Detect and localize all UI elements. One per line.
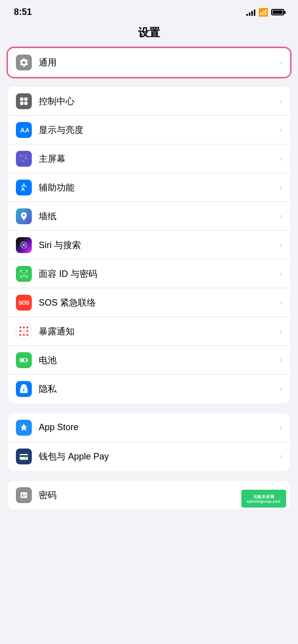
svg-rect-7 xyxy=(25,155,27,156)
watermark-line2: wjhotelgroup.com xyxy=(247,500,281,503)
watermark-line1: 无极安卓网 xyxy=(253,494,275,500)
section-passwords: 密码 › 无极安卓网 wjhotelgroup.com xyxy=(8,481,290,510)
privacy-icon xyxy=(16,381,32,397)
faceid-icon xyxy=(16,266,32,282)
svg-rect-9 xyxy=(23,157,24,159)
sos-icon: SOS xyxy=(16,295,32,311)
page-title: 设置 xyxy=(0,21,298,48)
privacy-chevron: › xyxy=(280,385,282,393)
exposure-label: 暴露通知 xyxy=(39,325,276,337)
status-bar: 8:51 📶 xyxy=(0,0,298,21)
settings-row-display[interactable]: AA 显示与亮度 › xyxy=(8,116,290,144)
svg-text:AA: AA xyxy=(20,127,29,134)
wallet-icon xyxy=(16,449,32,464)
control-center-label: 控制中心 xyxy=(39,95,276,107)
battery-settings-icon xyxy=(16,352,32,368)
faceid-chevron: › xyxy=(280,269,282,278)
svg-rect-11 xyxy=(20,160,22,161)
passwords-icon xyxy=(16,487,32,503)
privacy-label: 隐私 xyxy=(39,383,276,395)
wallpaper-chevron: › xyxy=(280,212,282,221)
svg-point-18 xyxy=(23,244,24,246)
control-center-chevron: › xyxy=(280,97,282,106)
exposure-icon xyxy=(16,323,32,339)
appstore-chevron: › xyxy=(280,423,282,432)
settings-row-battery[interactable]: 电池 › xyxy=(8,346,290,375)
svg-rect-10 xyxy=(25,157,27,159)
svg-rect-13 xyxy=(25,160,27,161)
siri-chevron: › xyxy=(280,241,282,250)
svg-rect-2 xyxy=(20,101,24,105)
homescreen-label: 主屏幕 xyxy=(39,153,276,165)
wallet-chevron: › xyxy=(280,452,282,461)
settings-row-passwords[interactable]: 密码 › 无极安卓网 wjhotelgroup.com xyxy=(8,481,290,510)
settings-row-privacy[interactable]: 隐私 › xyxy=(8,375,290,403)
svg-rect-34 xyxy=(24,494,26,495)
sos-chevron: › xyxy=(280,298,282,307)
accessibility-chevron: › xyxy=(280,183,282,192)
settings-row-faceid[interactable]: 面容 ID 与密码 › xyxy=(8,259,290,288)
gear-icon xyxy=(16,55,32,70)
siri-icon xyxy=(16,237,32,253)
svg-rect-8 xyxy=(20,157,22,159)
svg-rect-1 xyxy=(24,97,28,101)
svg-point-26 xyxy=(23,389,25,390)
svg-rect-6 xyxy=(23,155,24,156)
settings-row-exposure[interactable]: 暴露通知 › xyxy=(8,317,290,346)
battery-label: 电池 xyxy=(39,354,276,366)
svg-rect-23 xyxy=(27,359,28,361)
wallpaper-icon xyxy=(16,208,32,224)
svg-rect-5 xyxy=(20,155,22,156)
section-appstore: App Store › 钱包与 Apple Pay › xyxy=(8,413,290,471)
faceid-label: 面容 ID 与密码 xyxy=(39,268,276,280)
sos-label: SOS 紧急联络 xyxy=(39,297,276,309)
section-main: 控制中心 › AA 显示与亮度 › 主屏幕 › xyxy=(8,87,290,403)
wallet-label: 钱包与 Apple Pay xyxy=(39,451,276,462)
settings-row-wallpaper[interactable]: 墙纸 › xyxy=(8,202,290,231)
status-icons: 📶 xyxy=(246,7,284,17)
siri-label: Siri 与搜索 xyxy=(39,239,276,251)
settings-row-general[interactable]: 通用 › xyxy=(8,48,290,77)
wallpaper-label: 墙纸 xyxy=(39,210,276,222)
appstore-label: App Store xyxy=(39,422,276,433)
svg-rect-12 xyxy=(23,160,24,161)
settings-row-accessibility[interactable]: 辅助功能 › xyxy=(8,173,290,202)
homescreen-chevron: › xyxy=(280,154,282,163)
svg-rect-0 xyxy=(20,97,24,101)
svg-rect-29 xyxy=(25,457,27,459)
settings-row-siri[interactable]: Siri 与搜索 › xyxy=(8,231,290,259)
accessibility-label: 辅助功能 xyxy=(39,182,276,193)
svg-rect-30 xyxy=(20,492,28,498)
general-label: 通用 xyxy=(39,57,276,68)
wifi-icon: 📶 xyxy=(258,7,268,17)
watermark: 无极安卓网 wjhotelgroup.com xyxy=(241,490,286,508)
settings-row-control-center[interactable]: 控制中心 › xyxy=(8,87,290,116)
battery-icon xyxy=(271,9,284,15)
svg-point-32 xyxy=(22,494,23,496)
accessibility-icon xyxy=(16,180,32,195)
svg-rect-33 xyxy=(22,496,23,497)
section-general: 通用 › xyxy=(8,48,290,77)
passwords-label: 密码 xyxy=(39,489,276,501)
svg-rect-35 xyxy=(24,496,26,496)
svg-rect-28 xyxy=(20,455,28,457)
homescreen-icon xyxy=(16,151,32,167)
svg-point-14 xyxy=(23,183,24,185)
svg-rect-3 xyxy=(24,101,28,105)
settings-row-sos[interactable]: SOS SOS 紧急联络 › xyxy=(8,288,290,317)
settings-row-appstore[interactable]: App Store › xyxy=(8,413,290,442)
display-chevron: › xyxy=(280,126,282,134)
battery-chevron: › xyxy=(280,356,282,365)
display-label: 显示与亮度 xyxy=(39,124,276,136)
svg-rect-27 xyxy=(20,454,28,460)
exposure-chevron: › xyxy=(280,327,282,336)
signal-icon xyxy=(246,9,255,16)
svg-rect-24 xyxy=(20,359,24,361)
control-center-icon xyxy=(16,93,32,109)
display-icon: AA xyxy=(16,122,32,138)
status-time: 8:51 xyxy=(14,7,32,17)
general-chevron: › xyxy=(280,58,282,67)
appstore-icon xyxy=(16,420,32,436)
settings-row-homescreen[interactable]: 主屏幕 › xyxy=(8,144,290,173)
settings-row-wallet[interactable]: 钱包与 Apple Pay › xyxy=(8,442,290,471)
